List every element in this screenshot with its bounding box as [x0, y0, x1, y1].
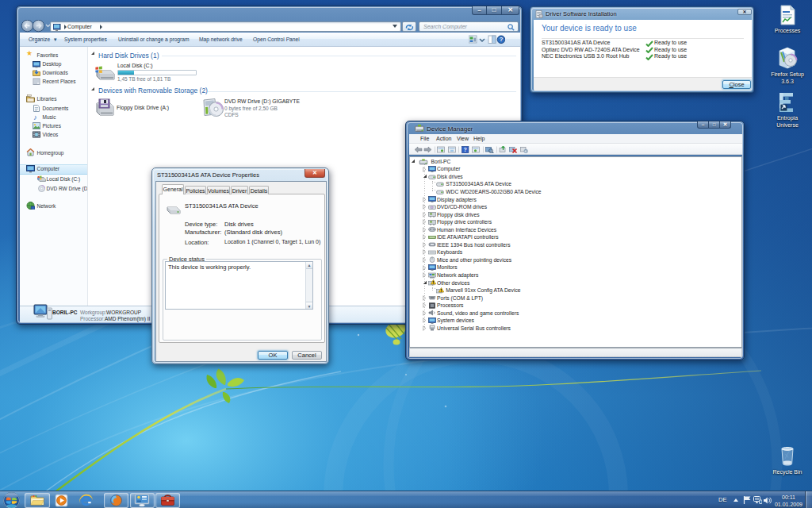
svg-text:?: ? — [463, 147, 466, 152]
svg-text:?: ? — [500, 36, 504, 43]
